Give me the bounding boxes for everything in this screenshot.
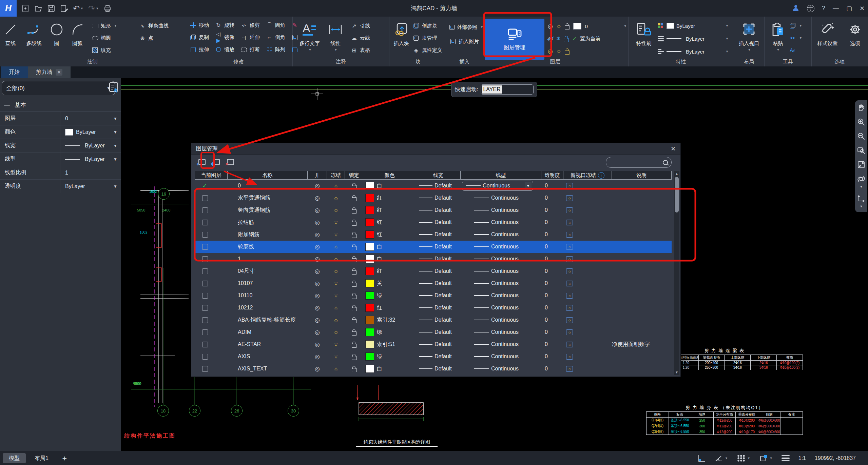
layer-lock-cell[interactable] xyxy=(345,305,363,311)
layer-desc-cell[interactable]: 净使用面积数字 xyxy=(612,341,672,348)
linetype-value[interactable]: Continuous xyxy=(491,231,519,238)
quick-select-button[interactable] xyxy=(108,80,120,95)
layer-on-cell[interactable]: ◎ xyxy=(308,268,327,275)
layer-color-swatch[interactable] xyxy=(365,255,374,263)
sun-icon[interactable]: ☼ xyxy=(333,256,339,262)
unlock-icon[interactable] xyxy=(352,222,357,226)
layer-color-swatch[interactable] xyxy=(365,365,374,373)
table-header-cell[interactable]: 箍筋 xyxy=(777,355,803,361)
layer-name[interactable]: 10212 xyxy=(228,305,308,311)
layer-lock-cell[interactable] xyxy=(345,366,363,372)
scale-button[interactable]: 缩放 xyxy=(215,44,234,55)
eye-icon[interactable]: ◎ xyxy=(315,207,320,214)
layer-on-cell[interactable]: ◎ xyxy=(308,304,327,311)
layer-thaw-icon[interactable]: ☼ xyxy=(556,23,562,29)
new-file-icon[interactable] xyxy=(21,4,30,13)
table-cell[interactable]: 350 xyxy=(691,429,713,435)
sun-icon[interactable]: ☼ xyxy=(333,304,339,311)
layer-linetype-cell[interactable]: Continuous xyxy=(461,256,541,262)
column-header-label[interactable]: 说明 xyxy=(637,172,647,179)
transparency-value[interactable]: 0 xyxy=(545,353,548,360)
layer-on-cell[interactable]: ◎ xyxy=(308,231,327,238)
property-row[interactable]: 图层0▼ xyxy=(0,112,121,125)
layer-checkbox[interactable] xyxy=(202,329,208,335)
property-value[interactable]: ByLayer▼ xyxy=(60,153,121,166)
layer-lock-cell[interactable] xyxy=(345,231,363,238)
layer-color-cell[interactable]: 白 xyxy=(363,255,416,263)
layer-transparency-cell[interactable]: 0 xyxy=(541,231,563,238)
table-cell[interactable]: Q2(4排) xyxy=(647,423,669,429)
lineweight-sample[interactable] xyxy=(419,332,432,332)
column-header-label[interactable]: 线型 xyxy=(496,172,506,179)
layer-row[interactable]: 附加钢筋◎☼红DefaultContinuous0☼ xyxy=(195,228,672,241)
layer-color-swatch[interactable] xyxy=(365,304,374,312)
layer-color-cell[interactable]: 红 xyxy=(363,194,416,202)
unlock-icon[interactable] xyxy=(352,185,357,189)
layer-row[interactable]: AXIS◎☼绿DefaultContinuous0☼ xyxy=(195,350,672,363)
table-cell[interactable]: Φ10@100(2) xyxy=(777,361,803,365)
layer-on-cell[interactable]: ◎ xyxy=(308,182,327,189)
table-header-cell[interactable]: 编号 xyxy=(647,412,669,418)
layer-name[interactable]: 10110 xyxy=(228,292,308,299)
lineweight-value[interactable]: Default xyxy=(435,195,452,201)
layer-color-swatch[interactable] xyxy=(365,206,374,214)
linetype-control[interactable]: ByLayer ▼ xyxy=(657,46,729,57)
lineweight-value[interactable]: Default xyxy=(435,353,452,360)
thaw-all-icon[interactable]: ☼ xyxy=(556,48,562,55)
layer-vpfreeze-cell[interactable]: ☼ xyxy=(563,220,612,225)
layer-lock-cell[interactable] xyxy=(345,195,363,201)
lineweight-sample[interactable] xyxy=(419,271,432,271)
linetype-sample[interactable] xyxy=(474,198,489,198)
layer-color-swatch[interactable] xyxy=(365,243,374,251)
unlock-icon[interactable] xyxy=(352,295,357,299)
globe-icon[interactable] xyxy=(807,5,814,12)
lineweight-sample[interactable] xyxy=(419,307,432,308)
layer-linetype-cell[interactable]: Continuous▼ xyxy=(461,181,541,191)
table-header-cell[interactable]: 梁截面 b×h xyxy=(698,355,725,361)
table-header-cell[interactable]: 垂直分布筋 xyxy=(736,412,758,418)
linetype-value[interactable]: Continuous xyxy=(491,244,519,250)
revcloud-button[interactable]: ☁云线 xyxy=(351,33,388,43)
lineweight-value[interactable]: Default xyxy=(435,183,452,189)
zoom-window-icon[interactable] xyxy=(857,146,865,155)
lineweight-value[interactable]: Default xyxy=(435,219,452,225)
layer-checkbox[interactable] xyxy=(202,207,208,213)
layer-lineweight-cell[interactable]: Default xyxy=(416,195,461,201)
table-cell[interactable]: 2Φ16 xyxy=(725,361,751,365)
unlock-icon[interactable] xyxy=(352,368,357,372)
layer-lineweight-cell[interactable]: Default xyxy=(416,231,461,238)
table-cell[interactable]: 250×500 xyxy=(698,365,725,370)
sun-icon[interactable]: ☼ xyxy=(333,365,339,372)
stretch-button[interactable]: 拉伸 xyxy=(190,44,209,55)
layer-freeze-cell[interactable]: ☼ xyxy=(327,182,345,189)
match-properties-button[interactable]: 特性刷 xyxy=(632,18,656,58)
layer-name[interactable]: 拉结筋 xyxy=(228,219,308,226)
viewport-freeze-icon[interactable]: ☼ xyxy=(566,195,573,201)
linetype-sample[interactable] xyxy=(474,320,489,320)
grid-bubble[interactable]: 30 xyxy=(288,405,299,417)
layer-freeze-cell[interactable]: ☼ xyxy=(327,304,345,311)
tab-close-icon[interactable]: ✕ xyxy=(56,69,62,76)
current-layer-cell[interactable] xyxy=(195,329,228,335)
layer-transparency-cell[interactable]: 0 xyxy=(541,183,563,189)
layer-checkbox[interactable] xyxy=(202,293,208,299)
layer-lock-cell[interactable] xyxy=(345,280,363,287)
viewport-freeze-icon[interactable]: ☼ xyxy=(566,268,573,274)
property-value[interactable]: 0▼ xyxy=(60,112,121,125)
layer-color-cell[interactable]: 红 xyxy=(363,206,416,214)
layer-lock-icon[interactable] xyxy=(564,38,569,42)
layer-row[interactable]: ✓0◎☼白DefaultContinuous▼0☼ xyxy=(195,180,672,192)
app-logo-icon[interactable]: H xyxy=(0,0,17,17)
property-row[interactable]: 线型ByLayer▼ xyxy=(0,153,121,166)
layer-lock-cell[interactable] xyxy=(345,329,363,336)
zoom-out-icon[interactable] xyxy=(857,132,865,140)
arc-button[interactable]: 圆弧 xyxy=(66,18,88,58)
layer-transparency-cell[interactable]: 0 xyxy=(541,292,563,299)
linetype-sample[interactable] xyxy=(474,344,489,345)
eye-icon[interactable]: ◎ xyxy=(315,353,320,360)
column-header-6[interactable]: 线宽 xyxy=(416,171,461,180)
table-header-cell[interactable]: 标高 xyxy=(669,412,691,418)
point-button[interactable]: ⊕ 点 xyxy=(139,33,185,43)
linetype-sample[interactable] xyxy=(474,234,489,235)
ortho-icon[interactable] xyxy=(697,454,706,463)
